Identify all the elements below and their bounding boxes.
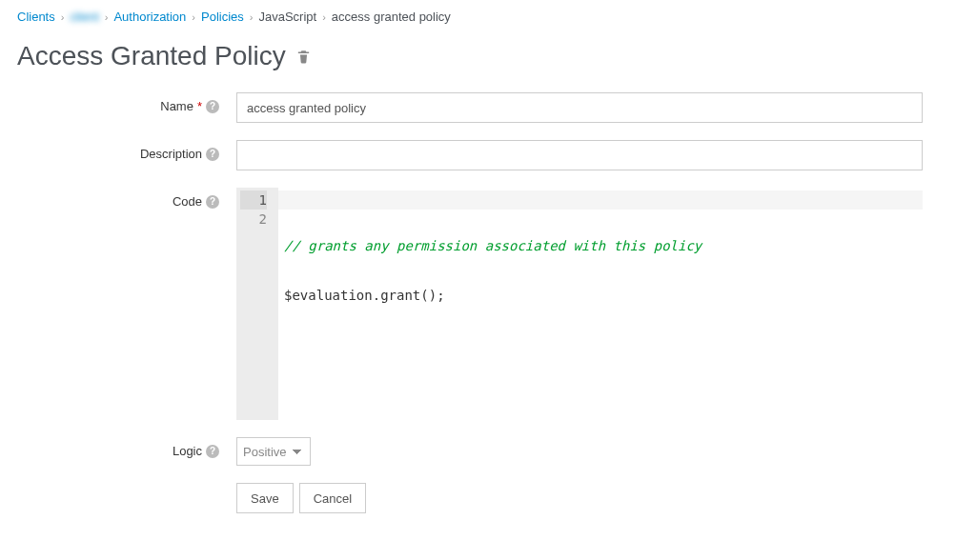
name-label-wrap: Name * ? (55, 92, 236, 113)
breadcrumb: Clients › client › Authorization › Polic… (17, 0, 959, 35)
code-line-2: $evaluation.grant(); (284, 288, 445, 303)
breadcrumb-javascript: JavaScript (258, 10, 316, 24)
form-row-code: Code ? 1 2 // grants any permission asso… (55, 188, 959, 420)
code-body[interactable]: // grants any permission associated with… (278, 188, 923, 420)
logic-label-wrap: Logic ? (55, 437, 236, 458)
breadcrumb-authorization[interactable]: Authorization (113, 10, 186, 24)
help-icon[interactable]: ? (206, 100, 219, 113)
form-row-logic: Logic ? Positive (55, 437, 959, 466)
description-label-wrap: Description ? (55, 140, 236, 161)
chevron-right-icon: › (105, 11, 109, 23)
breadcrumb-client-name[interactable]: client (70, 10, 98, 24)
required-indicator: * (197, 99, 202, 113)
help-icon[interactable]: ? (206, 148, 219, 161)
chevron-right-icon: › (61, 11, 65, 23)
form-row-buttons: Save Cancel (55, 483, 959, 513)
help-icon[interactable]: ? (206, 445, 219, 458)
form-row-description: Description ? (55, 140, 959, 170)
name-label: Name (160, 99, 193, 113)
help-icon[interactable]: ? (206, 195, 219, 209)
chevron-right-icon: › (322, 11, 326, 23)
line-number: 2 (240, 210, 267, 229)
cancel-button[interactable]: Cancel (299, 483, 366, 513)
description-label: Description (140, 147, 202, 161)
code-line-1: // grants any permission associated with… (284, 238, 702, 253)
trash-icon[interactable] (295, 49, 312, 65)
breadcrumb-current: access granted policy (332, 10, 451, 24)
name-input[interactable] (236, 92, 923, 123)
save-button[interactable]: Save (236, 483, 294, 513)
logic-select[interactable]: Positive (236, 437, 311, 466)
code-gutter: 1 2 (236, 188, 278, 420)
breadcrumb-policies[interactable]: Policies (201, 10, 244, 24)
page-title: Access Granted Policy (17, 41, 286, 71)
code-label-wrap: Code ? (55, 188, 236, 209)
active-line-highlight (278, 190, 923, 210)
description-input[interactable] (236, 140, 923, 170)
policy-form: Name * ? Description ? Code ? 1 2 (17, 92, 959, 513)
line-number: 1 (240, 190, 267, 210)
code-editor[interactable]: 1 2 // grants any permission associated … (236, 188, 923, 420)
page-title-row: Access Granted Policy (17, 35, 959, 92)
breadcrumb-clients[interactable]: Clients (17, 10, 55, 24)
chevron-right-icon: › (250, 11, 254, 23)
chevron-right-icon: › (192, 11, 195, 23)
code-label: Code (173, 194, 202, 209)
logic-label: Logic (173, 444, 202, 458)
form-row-name: Name * ? (55, 92, 959, 123)
